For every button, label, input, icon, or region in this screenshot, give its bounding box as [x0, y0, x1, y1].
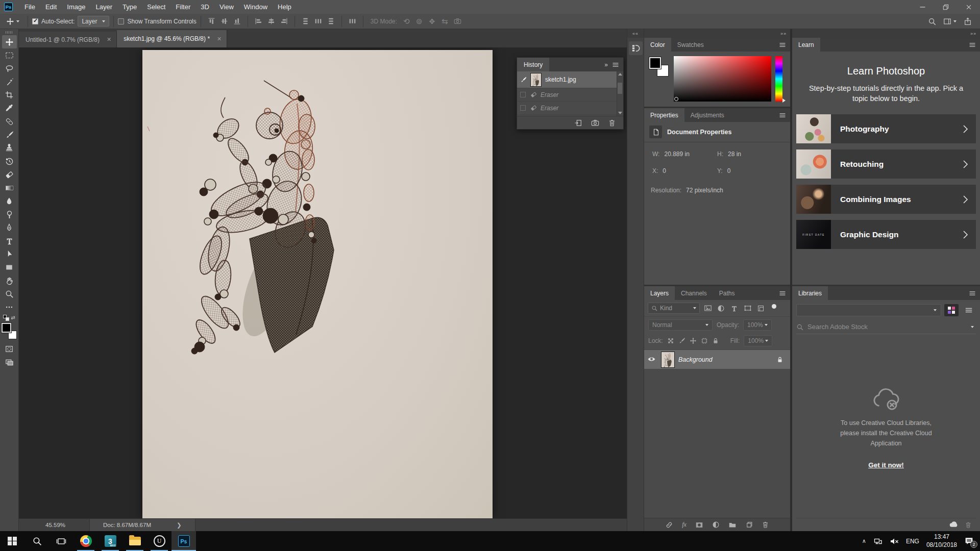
action-center-button[interactable]: 2 [964, 536, 974, 546]
panel-menu-icon[interactable] [969, 41, 976, 48]
tab-properties[interactable]: Properties [644, 108, 684, 122]
distribute-columns-button[interactable] [346, 16, 359, 27]
foreground-color-swatch[interactable] [2, 323, 11, 333]
taskbar-chrome-icon[interactable] [74, 531, 98, 551]
history-panel-dock-icon[interactable] [629, 41, 643, 55]
tab-learn[interactable]: Learn [792, 38, 820, 52]
layer-row-background[interactable]: Background [644, 350, 790, 369]
volume-muted-icon[interactable] [890, 537, 899, 546]
tab-adjustments[interactable]: Adjustments [684, 108, 730, 122]
tab-color[interactable]: Color [644, 38, 671, 52]
hand-tool[interactable] [2, 274, 17, 287]
opacity-field[interactable]: 100% [743, 319, 772, 331]
panel-menu-icon[interactable] [779, 112, 786, 119]
checkbox-checked-icon[interactable] [32, 18, 38, 24]
minimize-button[interactable] [911, 0, 934, 14]
align-bottom-edges-button[interactable] [231, 16, 243, 27]
lock-artboard-icon[interactable] [701, 337, 708, 344]
learn-card-photography[interactable]: Photography [796, 114, 976, 143]
quick-selection-tool[interactable] [2, 75, 17, 88]
history-source-well[interactable] [520, 105, 526, 111]
library-select-dropdown[interactable] [796, 304, 941, 316]
taskbar-photoshop-icon[interactable]: Ps [172, 531, 196, 551]
eraser-tool[interactable] [2, 168, 17, 181]
distribute-vertical-button[interactable] [299, 16, 312, 27]
close-tab-icon[interactable]: ✕ [107, 36, 111, 43]
tab-channels[interactable]: Channels [675, 286, 713, 300]
gradient-tool[interactable] [2, 181, 17, 194]
align-horizontal-centers-button[interactable] [265, 16, 278, 27]
type-tool[interactable] [2, 234, 17, 247]
history-tab[interactable]: History [517, 58, 549, 71]
grid-view-button[interactable] [944, 304, 959, 316]
filter-type-layers-icon[interactable] [729, 303, 740, 314]
zoom-tool[interactable] [2, 287, 17, 300]
menu-file[interactable]: File [19, 0, 40, 14]
edit-toolbar-button[interactable] [2, 300, 17, 314]
crop-tool[interactable] [2, 88, 17, 102]
color-picker-cursor[interactable] [674, 97, 678, 101]
align-right-edges-button[interactable] [278, 16, 290, 27]
auto-select-target-dropdown[interactable]: Layer [78, 16, 109, 27]
lock-transparent-pixels-icon[interactable] [667, 337, 674, 344]
show-hidden-icons-button[interactable]: ∧ [862, 538, 866, 544]
canvas-pasteboard[interactable]: .seg{fill:url(#hA);stroke:#45322b;stroke… [19, 47, 627, 518]
align-vertical-centers-button[interactable] [218, 16, 231, 27]
learn-card-retouching[interactable]: Retouching [796, 149, 976, 179]
document-size-info[interactable]: Doc: 8.67M/8.67M ❯ [89, 519, 195, 531]
delete-library-item-button[interactable] [965, 521, 972, 529]
layer-filter-dropdown[interactable]: Kind [648, 303, 700, 314]
filter-pixel-layers-icon[interactable] [702, 303, 713, 314]
new-layer-button[interactable] [745, 521, 753, 529]
lock-position-icon[interactable] [690, 337, 697, 344]
panel-menu-icon[interactable] [612, 61, 619, 68]
panel-menu-icon[interactable] [779, 41, 786, 48]
menu-type[interactable]: Type [117, 0, 142, 14]
move-tool[interactable] [2, 35, 17, 48]
language-indicator[interactable]: ENG [906, 538, 919, 545]
filter-shape-layers-icon[interactable] [742, 303, 753, 314]
new-adjustment-layer-button[interactable] [712, 521, 720, 529]
filter-adjustment-layers-icon[interactable] [716, 303, 726, 314]
link-layers-button[interactable] [665, 521, 673, 529]
layer-name[interactable]: Background [678, 356, 713, 363]
history-brush-tool[interactable] [2, 155, 17, 168]
history-source-well[interactable] [520, 92, 526, 97]
menu-select[interactable]: Select [142, 0, 170, 14]
close-button[interactable] [957, 0, 980, 14]
task-view-button[interactable] [49, 531, 74, 551]
layer-filtering-toggle[interactable] [772, 304, 776, 309]
collapse-panel-icon[interactable]: » [604, 61, 608, 68]
layer-thumbnail[interactable] [661, 352, 675, 368]
history-brush-source-icon[interactable] [520, 77, 527, 83]
taskbar-search-button[interactable] [24, 531, 49, 551]
taskbar-3dsmax-icon[interactable]: 3MAX [98, 531, 122, 551]
show-transform-checkbox[interactable]: Show Transform Controls [118, 18, 196, 25]
network-icon[interactable] [873, 537, 883, 546]
document-tab-untitled[interactable]: Untitled-1 @ 0.7% (RGB/8) ✕ [19, 32, 117, 47]
start-button[interactable] [0, 531, 24, 551]
clone-stamp-tool[interactable] [2, 141, 17, 155]
menu-edit[interactable]: Edit [40, 0, 62, 14]
menu-help[interactable]: Help [273, 0, 297, 14]
path-selection-tool[interactable] [2, 247, 17, 261]
learn-card-combining-images[interactable]: Combining Images [796, 185, 976, 214]
eyedropper-tool[interactable] [2, 102, 17, 115]
blur-tool[interactable] [2, 194, 17, 208]
hue-slider-arrow[interactable] [782, 98, 786, 103]
history-state-row[interactable]: Eraser [517, 102, 623, 115]
document-tab-sketch1[interactable]: sketch1.jpg @ 45.6% (RGB/8) * ✕ [117, 30, 227, 47]
history-scrollbar[interactable] [617, 71, 623, 116]
search-icon[interactable] [928, 17, 936, 26]
toolbar-grip[interactable] [6, 31, 13, 34]
blend-mode-dropdown[interactable]: Normal [648, 319, 713, 331]
new-document-from-state-button[interactable] [574, 119, 582, 127]
menu-filter[interactable]: Filter [170, 0, 195, 14]
clock[interactable]: 13:47 08/10/2018 [926, 533, 957, 549]
marquee-tool[interactable] [2, 48, 17, 62]
panel-menu-icon[interactable] [969, 290, 976, 297]
delete-state-button[interactable] [608, 119, 616, 127]
menu-window[interactable]: Window [239, 0, 273, 14]
adobe-stock-search-field[interactable]: Search Adobe Stock [796, 320, 976, 334]
align-left-edges-button[interactable] [252, 16, 265, 27]
